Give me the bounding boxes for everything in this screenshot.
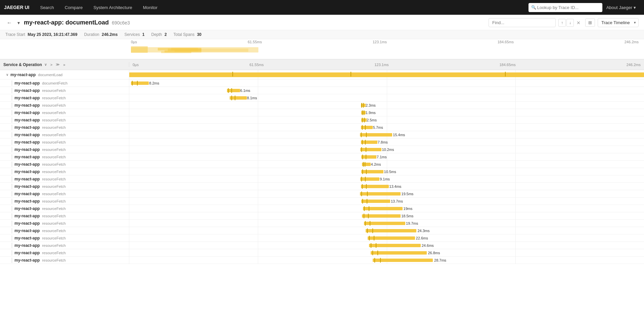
span-bar-container: 7.1ms bbox=[361, 155, 376, 159]
span-bar bbox=[361, 126, 373, 129]
span-bar bbox=[361, 155, 376, 159]
grid-line bbox=[258, 205, 258, 212]
span-collapse-button[interactable]: ∨ bbox=[5, 73, 9, 76]
span-row[interactable]: my-react-appresourceFetch28.7ms bbox=[0, 257, 644, 264]
span-row[interactable]: my-react-appresourceFetch24.6ms bbox=[0, 242, 644, 249]
span-row[interactable]: my-react-appresourceFetch19.7ms bbox=[0, 220, 644, 227]
span-service-name: my-react-app bbox=[14, 199, 40, 204]
span-tick bbox=[362, 184, 363, 189]
span-timeline-cell: 6.1ms bbox=[129, 87, 644, 94]
span-row[interactable]: my-react-appresourceFetch18.5ms bbox=[0, 212, 644, 220]
span-row[interactable]: my-react-appresourceFetch26.8ms bbox=[0, 249, 644, 257]
span-operation-name: resourceFetch bbox=[42, 258, 65, 262]
span-label: my-react-appresourceFetch bbox=[0, 257, 129, 264]
span-row[interactable]: my-react-appresourceFetch2.5ms bbox=[0, 116, 644, 124]
span-row[interactable]: my-react-appresourceFetch13.7ms bbox=[0, 198, 644, 205]
span-duration-label: 24.6ms bbox=[422, 243, 434, 248]
span-row[interactable]: my-react-appresourceFetch8.1ms bbox=[0, 94, 644, 102]
span-row[interactable]: my-react-appresourceFetch5.7ms bbox=[0, 124, 644, 131]
sort-collapse-all-btn[interactable]: » bbox=[62, 62, 66, 67]
span-operation-name: resourceFetch bbox=[42, 229, 65, 233]
find-input[interactable] bbox=[489, 18, 556, 27]
sort-expand-btn[interactable]: > bbox=[49, 62, 53, 67]
span-row[interactable]: my-react-appresourceFetch10.2ms bbox=[0, 146, 644, 153]
find-next-button[interactable]: ↓ bbox=[566, 19, 574, 27]
span-row[interactable]: my-react-appresourceFetch15.4ms bbox=[0, 131, 644, 139]
span-tick bbox=[132, 81, 133, 86]
nav-search[interactable]: Search bbox=[35, 0, 59, 15]
span-row[interactable]: my-react-appresourceFetch19ms bbox=[0, 205, 644, 212]
lookup-input[interactable] bbox=[528, 3, 602, 12]
span-operation-name: resourceFetch bbox=[42, 236, 65, 240]
trace-start-label: Trace Start May 25 2023, 16:21:47.369 bbox=[5, 32, 77, 37]
span-operation-name: resourceFetch bbox=[42, 192, 65, 196]
span-row[interactable]: my-react-appresourceFetch13.4ms bbox=[0, 183, 644, 190]
span-row[interactable]: my-react-appdocumentFetch8.2ms bbox=[0, 79, 644, 87]
nav-system-architecture[interactable]: System Architecture bbox=[88, 0, 138, 15]
grid-line bbox=[515, 242, 516, 249]
grid-line bbox=[258, 220, 258, 227]
span-timeline-cell: 2.5ms bbox=[129, 116, 644, 123]
span-label: my-react-appresourceFetch bbox=[0, 198, 129, 205]
span-row[interactable]: ∨my-react-appdocumentLoad bbox=[0, 70, 644, 79]
span-label: my-react-appresourceFetch bbox=[0, 212, 129, 219]
grid-line bbox=[258, 87, 258, 94]
span-tick bbox=[363, 162, 364, 167]
span-row[interactable]: my-react-appresourceFetch22.6ms bbox=[0, 234, 644, 242]
grid-line bbox=[258, 146, 258, 153]
span-bar-container: 5.7ms bbox=[361, 126, 373, 129]
span-label: my-react-appresourceFetch bbox=[0, 220, 129, 227]
find-actions: ↑ ↓ ✕ bbox=[558, 19, 583, 27]
span-row[interactable]: my-react-appresourceFetch1.9ms bbox=[0, 109, 644, 116]
span-row[interactable]: my-react-appresourceFetch2.3ms bbox=[0, 102, 644, 109]
span-row[interactable]: my-react-appresourceFetch24.3ms bbox=[0, 227, 644, 234]
close-find-button[interactable]: ✕ bbox=[574, 19, 583, 26]
span-tick bbox=[365, 125, 366, 130]
span-bar bbox=[361, 104, 366, 107]
timeline-select[interactable]: Trace Timeline bbox=[598, 18, 639, 27]
span-label: my-react-appresourceFetch bbox=[0, 131, 129, 138]
grid-line bbox=[258, 131, 258, 138]
spans-container: ∨my-react-appdocumentLoadmy-react-appdoc… bbox=[0, 70, 644, 264]
span-label: my-react-appresourceFetch bbox=[0, 161, 129, 168]
span-tick bbox=[351, 72, 351, 76]
nav-monitor[interactable]: Monitor bbox=[138, 0, 163, 15]
span-duration-label: 7.1ms bbox=[377, 155, 387, 159]
span-duration-label: 19.5ms bbox=[401, 192, 413, 196]
sort-collapse-btn[interactable]: ∨ bbox=[43, 62, 48, 67]
span-bar-container: 4.2ms bbox=[362, 163, 371, 166]
span-service-name: my-react-app bbox=[14, 184, 40, 189]
span-operation-name: resourceFetch bbox=[42, 155, 65, 159]
span-duration-label: 13.4ms bbox=[389, 184, 401, 188]
back-button[interactable]: ← bbox=[5, 19, 13, 26]
span-label: my-react-appresourceFetch bbox=[0, 249, 129, 256]
span-bar-container: 2.3ms bbox=[361, 104, 366, 107]
sort-expand-all-btn[interactable]: ≫ bbox=[55, 62, 61, 67]
find-prev-button[interactable]: ↑ bbox=[558, 19, 566, 27]
span-label: my-react-appresourceFetch bbox=[0, 146, 129, 153]
grid-line bbox=[515, 227, 516, 234]
span-tick bbox=[367, 199, 367, 204]
grid-line bbox=[258, 234, 258, 241]
trace-header: ← ▾ my-react-app: documentLoad 690c6e3 ↑… bbox=[0, 15, 644, 30]
minimap-container[interactable]: 0µs 61.55ms 123.1ms 184.65ms 246.2ms bbox=[0, 39, 644, 59]
span-row[interactable]: my-react-appresourceFetch10.5ms bbox=[0, 168, 644, 175]
span-bar bbox=[362, 214, 401, 218]
grid-button[interactable]: ⊞ bbox=[585, 18, 595, 27]
nav-compare[interactable]: Compare bbox=[59, 0, 88, 15]
about-jaeger[interactable]: About Jaeger ▾ bbox=[602, 0, 640, 15]
span-row[interactable]: my-react-appresourceFetch7.1ms bbox=[0, 153, 644, 161]
span-row[interactable]: my-react-appresourceFetch7.8ms bbox=[0, 139, 644, 146]
span-row[interactable]: my-react-appresourceFetch6.1ms bbox=[0, 87, 644, 94]
top-nav: JAEGER UI Search Compare System Architec… bbox=[0, 0, 644, 15]
span-row[interactable]: my-react-appresourceFetch9.1ms bbox=[0, 175, 644, 183]
span-service-name: my-react-app bbox=[14, 140, 40, 145]
span-row[interactable]: my-react-appresourceFetch19.5ms bbox=[0, 190, 644, 198]
collapse-button[interactable]: ▾ bbox=[16, 19, 21, 26]
span-timeline-cell: 5.7ms bbox=[129, 124, 644, 131]
span-duration-label: 1.9ms bbox=[366, 111, 376, 115]
grid-line bbox=[258, 249, 258, 256]
total-spans-label: Total Spans 30 bbox=[174, 32, 201, 37]
span-timeline-cell: 7.1ms bbox=[129, 153, 644, 160]
span-row[interactable]: my-react-appresourceFetch4.2ms bbox=[0, 161, 644, 168]
